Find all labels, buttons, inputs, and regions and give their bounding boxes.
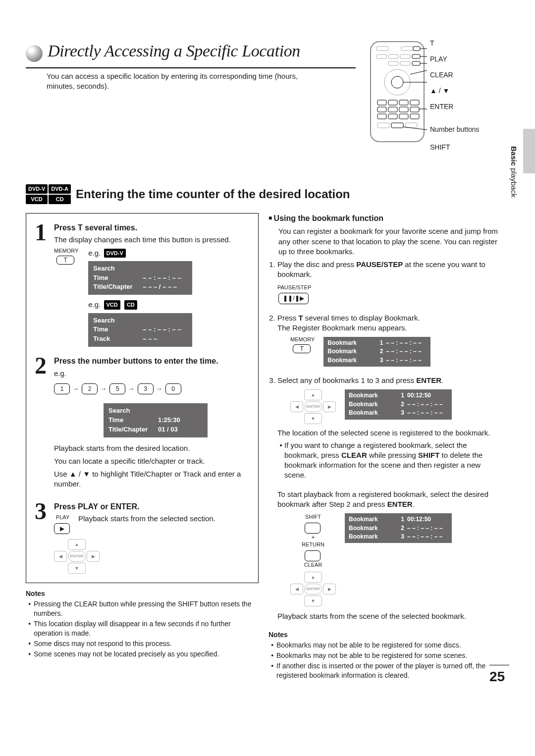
osd-search-dvdv: Search Time– – : – – : – – Title/Chapter… [88, 261, 192, 295]
note-right-2: Bookmarks may not be able to be register… [275, 651, 501, 660]
remote-label-enter: ENTER [430, 103, 480, 110]
step-number-2: 2 [32, 356, 49, 492]
bm-step2-a: Press [277, 314, 299, 322]
step1-title: Press T several times. [54, 222, 250, 233]
notes-right: Notes Bookmarks may not be able to be re… [268, 630, 501, 680]
step2-note2: You can locate a specific title/chapter … [54, 456, 250, 466]
memory-t-button: MEMORY T [54, 248, 78, 265]
badge-vcd-inline: VCD [104, 300, 120, 310]
remote-label-t: T [430, 40, 480, 47]
pause-step-button: PAUSE/STEP ❚❚/❚▶ [277, 284, 311, 304]
bookmark-heading: Using the bookmark function [268, 213, 501, 224]
number-sequence: 1→ 2→ 5→ 3→ 0 [54, 381, 250, 394]
osd-bookmark-empty: Bookmark1– – : – – : – – Bookmark2– – : … [323, 337, 430, 367]
osd-bookmark-play: Bookmark100:12:50 Bookmark2– – : – – : –… [345, 513, 452, 543]
note-left-2: This location display will disappear in … [33, 619, 259, 638]
note-right-1: Bookmarks may not be able to be register… [275, 641, 501, 650]
bm-step2-c: several times to display Bookmark. [303, 314, 420, 322]
svg-rect-1 [376, 47, 388, 51]
step-number-3: 3 [32, 501, 49, 574]
bookmark-intro: You can register a bookmark for your fav… [278, 226, 501, 257]
osd-search-result: Search Time1:25:30 Title/Chapter01 / 03 [104, 403, 208, 437]
svg-rect-31 [377, 123, 389, 128]
remote-label-play: PLAY [430, 55, 480, 62]
badge-vcd: VCD [26, 195, 48, 204]
dpad-icon-3: ▲ ◀ENTER▶ ▼ [290, 572, 336, 606]
section-heading: Entering the time counter of the desired… [76, 186, 509, 202]
remote-diagram: T PLAY CLEAR ▲ / ▼ ENTER Number buttons … [368, 40, 509, 160]
bm-step2-d: The Register Bookmark menu appears. [277, 324, 407, 332]
bm-play-text: Playback starts from the scene of the se… [277, 611, 501, 621]
remote-icon [368, 40, 427, 144]
svg-rect-6 [388, 54, 398, 58]
remote-label-clear: CLEAR [430, 71, 480, 78]
bm-change-text: If you want to change a registered bookm… [284, 440, 501, 481]
notes-left: Notes Pressing the CLEAR button while pr… [26, 589, 259, 658]
svg-rect-3 [413, 47, 420, 51]
bm-step1-a: Play the disc and press [277, 260, 356, 269]
dpad-icon-2: ▲ ◀ENTER▶ ▼ [290, 389, 336, 424]
svg-rect-22 [377, 107, 386, 112]
intro-text: You can access a specific location by en… [47, 71, 309, 92]
badge-cd: CD [49, 195, 71, 204]
badge-dvda: DVD-A [49, 184, 71, 194]
page-title: Directly Accessing a Specific Location [48, 42, 300, 60]
bm-step3-b: ENTER [416, 376, 441, 384]
osd-bookmark-selected: Bookmark100:12:50 Bookmark2– – : – – : –… [345, 389, 452, 419]
note-right-3: If another disc is inserted or the power… [275, 661, 501, 680]
steps-box: 1 Press T several times. The display cha… [26, 213, 259, 584]
svg-rect-20 [399, 100, 408, 105]
svg-rect-19 [388, 100, 397, 105]
shift-clear-buttons: SHIFT + RETURN CLEAR ▲ ◀ENTER▶ ▼ [290, 513, 336, 606]
osd-search-vcd: Search Time– – : – – : – – Track– – – [88, 313, 192, 347]
svg-rect-11 [400, 61, 410, 65]
svg-rect-7 [400, 54, 410, 58]
memory-t-button-2: MEMORY T [290, 337, 315, 353]
step3-title: Press PLAY or ENTER. [54, 501, 250, 512]
bm-step3-c: . [441, 376, 443, 384]
svg-rect-10 [388, 61, 398, 65]
svg-rect-25 [410, 107, 419, 112]
step2-note1: Playback starts from the desired locatio… [54, 443, 250, 453]
svg-rect-28 [399, 114, 408, 119]
svg-rect-18 [377, 100, 386, 105]
step2-note3: Use ▲ / ▼ to highlight Title/Chapter or … [54, 469, 250, 489]
svg-rect-12 [412, 61, 420, 65]
disc-type-badges: DVD-V DVD-A VCD CD [26, 184, 71, 204]
bm-registered-text: The location of the selected scene is re… [277, 428, 501, 438]
note-left-4: Some scenes may not be located precisely… [33, 649, 259, 659]
note-left-1: Pressing the CLEAR button while pressing… [33, 599, 259, 618]
svg-rect-24 [399, 107, 408, 112]
svg-rect-23 [388, 107, 397, 112]
remote-label-numbers: Number buttons [430, 126, 480, 133]
bm-start-text: To start playback from a registered book… [277, 489, 501, 510]
eg-label-3: e.g. [54, 369, 250, 378]
dpad-icon: ▲ ◀ENTER▶ ▼ [54, 539, 100, 574]
section-tab [523, 129, 535, 173]
svg-rect-26 [377, 114, 386, 119]
notes-right-heading: Notes [268, 630, 501, 640]
bm-step2-b: T [299, 314, 303, 322]
remote-label-updown: ▲ / ▼ [430, 87, 480, 94]
eg-label-2: e.g. [88, 300, 101, 309]
remote-label-shift: SHIFT [430, 144, 480, 151]
svg-point-15 [391, 76, 403, 88]
badge-dvdv: DVD-V [26, 184, 48, 194]
step-number-1: 1 [32, 222, 49, 347]
notes-heading: Notes [26, 589, 259, 598]
note-left-3: Some discs may not respond to this proce… [33, 639, 259, 648]
svg-rect-21 [410, 100, 419, 105]
svg-rect-2 [401, 47, 413, 51]
eg-label: e.g. [88, 249, 101, 257]
svg-rect-27 [388, 114, 397, 119]
svg-rect-0 [371, 42, 424, 142]
play-button: PLAY ▶ [54, 514, 71, 534]
svg-line-34 [403, 127, 427, 130]
step3-text: Playback starts from the selected sectio… [78, 514, 250, 524]
title-rule [26, 67, 356, 68]
bm-step1-b: PAUSE/STEP [356, 260, 403, 269]
svg-rect-8 [412, 54, 420, 58]
title-bullet-icon [26, 45, 43, 62]
step1-text: The display changes each time this butto… [54, 235, 250, 245]
bm-step3-a: Select any of bookmarks 1 to 3 and press [277, 376, 416, 384]
